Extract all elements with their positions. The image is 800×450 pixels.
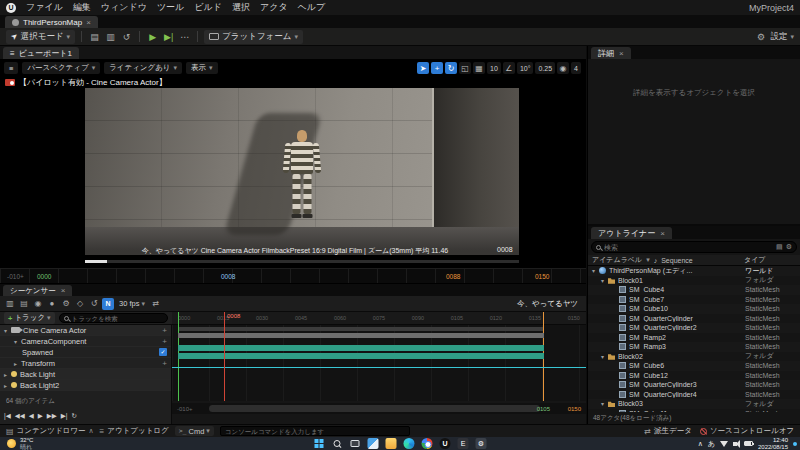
menu-item[interactable]: ビルド	[189, 1, 227, 14]
outliner-row[interactable]: SM_Cube6 StaticMesh	[588, 361, 800, 371]
chevron-down-icon[interactable]: ▾	[14, 338, 21, 345]
outliner-row[interactable]: SM_Ramp3 StaticMesh	[588, 342, 800, 352]
range-scrollbar-thumb[interactable]	[209, 405, 540, 412]
play-reverse-icon[interactable]: ◀	[29, 412, 34, 420]
select-mode-button[interactable]: ➤ 選択モード ▾	[6, 30, 75, 44]
weather-widget[interactable]: 32°C 晴れ	[0, 437, 40, 450]
sequencer-timeline[interactable]: 0000001500300045006000750090010501200135…	[172, 325, 586, 401]
create-camera-icon[interactable]: ◉	[32, 298, 44, 310]
rotate-tool-icon[interactable]: ↻	[445, 62, 457, 74]
battery-icon[interactable]	[744, 441, 753, 446]
view-mode-button[interactable]: ライティングあり ▾	[104, 62, 182, 74]
notification-icon[interactable]	[793, 442, 797, 446]
console-command-input[interactable]	[220, 426, 410, 436]
fps-dropdown[interactable]: 30 fps ▾	[116, 299, 148, 308]
track-transform[interactable]: ▸ Transform +	[0, 358, 171, 369]
tab-sequencer[interactable]: シーケンサー ×	[3, 285, 72, 296]
label-column-header[interactable]: アイテムラベル	[592, 255, 642, 265]
outliner-row[interactable]: ▾ Block02 フォルダ	[588, 352, 800, 362]
close-icon[interactable]: ×	[619, 49, 624, 58]
close-icon[interactable]: ×	[86, 18, 91, 27]
undo-icon[interactable]: ↺	[120, 30, 133, 43]
loop-icon[interactable]: ↻	[71, 412, 76, 420]
task-view-button[interactable]	[350, 438, 361, 449]
save-icon[interactable]: ▥	[104, 30, 117, 43]
add-track-button[interactable]: + トラック ▾	[4, 312, 55, 324]
settings-icon[interactable]: ⚙	[786, 243, 792, 251]
camera-speed-value[interactable]: 4	[571, 62, 581, 74]
track-back-light[interactable]: ▸ Back Light	[0, 369, 171, 380]
file-explorer-icon[interactable]	[386, 438, 397, 449]
grid-snap-value[interactable]: 10	[487, 62, 501, 74]
render-icon[interactable]: ●	[46, 298, 58, 310]
unreal-engine-icon[interactable]: U	[440, 438, 451, 449]
search-button[interactable]	[332, 438, 343, 449]
menu-item[interactable]: 編集	[68, 1, 96, 14]
menu-item[interactable]: 選択	[227, 1, 255, 14]
more-options-icon[interactable]: ⋯	[178, 30, 191, 43]
camera-cut-section[interactable]	[178, 333, 544, 338]
select-tool-icon[interactable]: ➤	[417, 62, 429, 74]
outliner-row[interactable]: SM_Cube11 StaticMesh	[588, 409, 800, 413]
move-tool-icon[interactable]: +	[431, 62, 443, 74]
close-icon[interactable]: ×	[61, 286, 66, 295]
track-search-input[interactable]	[72, 315, 163, 322]
start-button[interactable]	[314, 438, 325, 449]
perspective-button[interactable]: パースペクティブ ▾	[22, 62, 100, 74]
transform-section[interactable]	[178, 353, 544, 359]
cmd-dropdown[interactable]: >_ Cmd ▾	[175, 426, 214, 436]
outliner-row[interactable]: SM_Cube12 StaticMesh	[588, 371, 800, 381]
outliner-row[interactable]: SM_QuarterCylinder3 StaticMesh	[588, 380, 800, 390]
outliner-row[interactable]: SM_Cube10 StaticMesh	[588, 304, 800, 314]
scale-tool-icon[interactable]: ◱	[459, 62, 471, 74]
taskbar-clock[interactable]: 12:40 2022/08/15	[758, 437, 788, 450]
create-icon[interactable]: ▤	[88, 30, 101, 43]
pinned-sequence-label[interactable]: Sequence	[661, 257, 693, 264]
play-icon[interactable]: ▶	[38, 412, 43, 420]
outliner-search-input[interactable]	[604, 244, 773, 251]
grid-snap-icon[interactable]: ▦	[473, 62, 485, 74]
timeline-range-bar[interactable]: -010+ 0105 0150	[172, 403, 586, 414]
wifi-icon[interactable]	[720, 441, 728, 447]
sequence-name[interactable]: 今、やってるヤツ	[517, 299, 582, 309]
close-icon[interactable]: ×	[660, 229, 665, 238]
add-section-icon[interactable]: +	[162, 359, 167, 368]
content-drawer-button[interactable]: ▤ コンテンツドロワー ∧	[6, 426, 94, 436]
spawned-checkbox[interactable]: ✓	[159, 348, 167, 356]
track-camera-component[interactable]: ▾ CameraComponent +	[0, 336, 171, 347]
output-log-button[interactable]: ≡ アウトプットログ	[100, 426, 169, 436]
expand-arrow-icon[interactable]: ▾	[601, 353, 608, 360]
outliner-search[interactable]: ▤ ⚙	[591, 241, 797, 253]
edge-browser-icon[interactable]	[404, 438, 415, 449]
skip-to-end-icon[interactable]: ▶|	[162, 30, 175, 43]
camera-component-section[interactable]	[178, 345, 544, 351]
ime-indicator[interactable]: あ	[708, 439, 715, 449]
rotation-snap-icon[interactable]: ∠	[503, 62, 515, 74]
add-section-icon[interactable]: +	[162, 326, 167, 335]
ue-logo-icon[interactable]: U	[6, 3, 16, 13]
camera-scrub-bar[interactable]	[85, 260, 519, 263]
outliner-row[interactable]: ▾ ThirdPersonMap (エディ... ワールド	[588, 266, 800, 276]
scale-snap-value[interactable]: 0.25	[535, 62, 555, 74]
playhead[interactable]	[224, 312, 225, 401]
settings-app-icon[interactable]: ⚙	[476, 438, 487, 449]
curve-editor-icon[interactable]: ⇄	[150, 298, 162, 310]
outliner-row[interactable]: SM_Cube4 StaticMesh	[588, 285, 800, 295]
camera-view[interactable]	[85, 88, 519, 255]
settings-button[interactable]: ⚙ 設定 ▾	[754, 30, 794, 43]
keyframe-icon[interactable]: ◇	[74, 298, 86, 310]
camera-speed-icon[interactable]: ◉	[557, 62, 569, 74]
outliner-row[interactable]: SM_Cube7 StaticMesh	[588, 295, 800, 305]
chevron-right-icon[interactable]: ▸	[14, 360, 21, 367]
tab-thirdpersonmap[interactable]: ThirdPersonMap ×	[5, 16, 98, 28]
outliner-header[interactable]: アイテムラベル ▾ ♪ Sequence タイプ	[588, 255, 800, 266]
menu-item[interactable]: アクタ	[255, 1, 293, 14]
source-control-button[interactable]: ソースコントロールオフ	[700, 426, 794, 436]
actions-icon[interactable]: ⚙	[60, 298, 72, 310]
tab-outliner[interactable]: アウトライナー ×	[591, 227, 672, 239]
track-search[interactable]	[59, 313, 168, 323]
viewport-options-button[interactable]: ≡	[4, 62, 18, 74]
outliner-row[interactable]: SM_QuarterCylinder2 StaticMesh	[588, 323, 800, 333]
outliner-row[interactable]: SM_Ramp2 StaticMesh	[588, 333, 800, 343]
filter-icon[interactable]: ▤	[776, 243, 783, 251]
